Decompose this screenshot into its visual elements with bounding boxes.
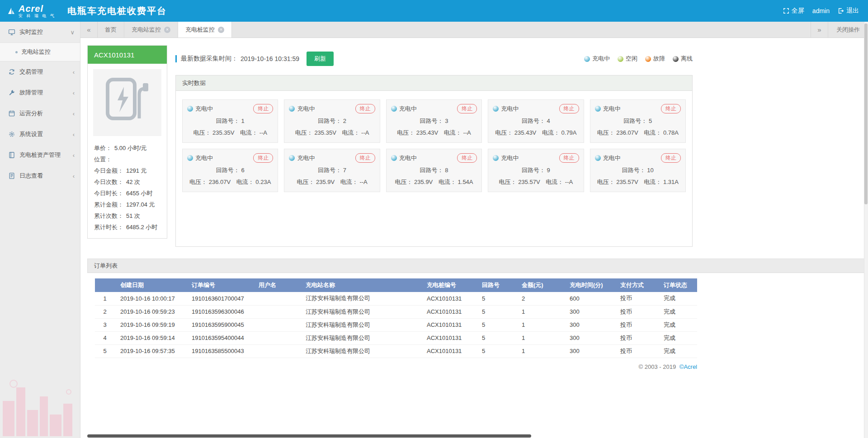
order-cell: 5 xyxy=(476,292,516,305)
orders-column-header: 回路号 xyxy=(476,278,516,292)
stop-button[interactable]: 终止 xyxy=(661,104,681,113)
page-title: 电瓶车充电桩收费平台 xyxy=(67,5,167,17)
channel-status: 充电中 xyxy=(187,105,213,113)
sidebar-item-system-settings[interactable]: 系统设置 ‹ xyxy=(0,124,80,145)
sidebar-item-trade-management[interactable]: 交易管理 ‹ xyxy=(0,61,80,82)
content-area: ACX1010131 单价： 5.00 小时/元 位置： 今日金额： xyxy=(80,38,868,438)
order-row-index: 3 xyxy=(95,318,115,331)
order-cell: 完成 xyxy=(658,292,697,305)
legend-item: 充电中 xyxy=(584,55,610,63)
tabs-scroll-left-button[interactable]: « xyxy=(80,22,98,38)
stop-button[interactable]: 终止 xyxy=(355,104,375,113)
channel-card: 充电中 终止 回路号： 5 电压： 236.07V 电流： 0.78A xyxy=(590,99,686,143)
status-dot-icon xyxy=(618,56,623,62)
chevron-left-icon: ‹ xyxy=(73,152,75,159)
stop-button[interactable]: 终止 xyxy=(661,153,681,163)
order-cell: 5 xyxy=(476,344,516,358)
charging-dot-icon xyxy=(391,155,397,161)
sidebar: 实时监控 ∨ 充电站监控 交易管理 ‹ 故障管理 ‹ xyxy=(0,22,80,438)
device-stat-line: 累计金额： 1297.04 元 xyxy=(94,199,160,210)
order-cell: 1910163595900045 xyxy=(186,318,253,331)
channel-status: 充电中 xyxy=(391,105,417,113)
device-stat-line: 今日金额： 1291 元 xyxy=(94,165,160,176)
stop-button[interactable]: 终止 xyxy=(457,104,477,113)
sidebar-item-realtime-monitor[interactable]: 实时监控 ∨ xyxy=(0,22,80,42)
tab-close-icon[interactable]: × xyxy=(218,27,224,33)
logout-button[interactable]: 退出 xyxy=(838,7,859,15)
channel-status: 充电中 xyxy=(289,154,315,162)
order-cell: 2019-10-16 09:57:35 xyxy=(115,344,186,358)
order-cell: 1 xyxy=(516,318,564,331)
order-cell: 投币 xyxy=(615,344,658,358)
order-cell xyxy=(253,344,300,358)
user-menu[interactable]: admin xyxy=(812,7,830,14)
chevron-down-icon: ∨ xyxy=(70,29,75,36)
tab-close-icon[interactable]: × xyxy=(164,27,170,33)
collect-time: 2019-10-16 10:31:59 xyxy=(241,55,299,62)
order-row[interactable]: 52019-10-16 09:57:351910163585500043江苏安科… xyxy=(95,344,697,358)
sidebar-item-fault-management[interactable]: 故障管理 ‹ xyxy=(0,82,80,103)
status-dot-icon xyxy=(645,56,651,62)
close-operations-button[interactable]: 关闭操作 xyxy=(828,22,868,38)
circuit-number: 回路号： 2 xyxy=(289,117,375,125)
vertical-scrollbar-thumb[interactable] xyxy=(864,24,868,204)
sidebar-item-station-monitor[interactable]: 充电站监控 xyxy=(0,42,80,61)
horizontal-scrollbar-thumb[interactable] xyxy=(87,434,531,438)
charging-dot-icon xyxy=(493,106,499,112)
tabs-scroll-right-button[interactable]: » xyxy=(811,22,828,38)
exchange-icon xyxy=(8,68,15,75)
sidebar-item-operation-analysis[interactable]: 运营分析 ‹ xyxy=(0,103,80,124)
top-header-bar: Acrel 安 科 瑞 电 气 电瓶车充电桩收费平台 全屏 admin 退出 xyxy=(0,0,868,22)
sidebar-item-log-view[interactable]: 日志查看 ‹ xyxy=(0,165,80,186)
order-cell: ACX1010131 xyxy=(421,292,476,305)
order-cell: 投币 xyxy=(615,292,658,305)
city-skyline-decoration xyxy=(0,368,80,438)
charging-dot-icon xyxy=(493,155,499,161)
sidebar-item-asset-management[interactable]: 充电桩资产管理 ‹ xyxy=(0,145,80,165)
channel-measurements: 电压： 235.57V 电流： --A xyxy=(493,178,579,186)
tab-home[interactable]: 首页 xyxy=(98,22,124,38)
chevron-left-icon: ‹ xyxy=(73,69,75,75)
order-cell xyxy=(253,305,300,318)
channel-measurements: 电压： 235.35V 电流： --A xyxy=(187,129,273,137)
circuit-number: 回路号： 3 xyxy=(391,117,477,125)
logo-text: Acrel xyxy=(19,4,56,13)
orders-column-header: 创建日期 xyxy=(115,278,186,292)
order-row[interactable]: 42019-10-16 09:59:141910163595400044江苏安科… xyxy=(95,331,697,344)
tab-pile-monitor[interactable]: 充电桩监控 × xyxy=(178,22,232,38)
order-row[interactable]: 22019-10-16 09:59:231910163596300046江苏安科… xyxy=(95,305,697,318)
stop-button[interactable]: 终止 xyxy=(355,153,375,163)
stop-button[interactable]: 终止 xyxy=(457,153,477,163)
tab-station-monitor[interactable]: 充电站监控 × xyxy=(124,22,178,38)
fullscreen-button[interactable]: 全屏 xyxy=(783,7,804,15)
orders-column-header: 订单编号 xyxy=(186,278,253,292)
book-icon xyxy=(8,151,15,159)
channel-card: 充电中 终止 回路号： 4 电压： 235.43V 电流： 0.79A xyxy=(488,99,584,143)
charging-dot-icon xyxy=(187,106,193,112)
device-info-card: ACX1010131 单价： 5.00 小时/元 位置： 今日金额： xyxy=(87,45,167,239)
stop-button[interactable]: 终止 xyxy=(559,153,579,163)
order-cell: 江苏安科瑞制造有限公司 xyxy=(300,331,421,344)
chevron-left-icon: ‹ xyxy=(73,110,75,117)
charging-pile-icon xyxy=(93,69,161,136)
order-cell: 1 xyxy=(516,305,564,318)
order-row[interactable]: 32019-10-16 09:59:191910163595900045江苏安科… xyxy=(95,318,697,331)
circuit-number: 回路号： 4 xyxy=(493,117,579,125)
channel-status: 充电中 xyxy=(595,105,621,113)
footer-brand-link[interactable]: ©Acrel xyxy=(679,363,697,370)
stop-button[interactable]: 终止 xyxy=(253,153,273,163)
orders-title: 订单列表 xyxy=(87,259,864,273)
order-row[interactable]: 12019-10-16 10:00:171910163601700047江苏安科… xyxy=(95,292,697,305)
device-stat-line: 累计时长： 6485.2 小时 xyxy=(94,221,160,233)
stop-button[interactable]: 终止 xyxy=(253,104,273,113)
monitor-panel: 最新数据采集时间： 2019-10-16 10:31:59 刷新 充电中 空闲 … xyxy=(175,45,693,247)
circuit-number: 回路号： 10 xyxy=(595,166,681,174)
channel-card: 充电中 终止 回路号： 2 电压： 235.35V 电流： --A xyxy=(284,99,380,143)
accent-bar xyxy=(175,55,177,62)
refresh-button[interactable]: 刷新 xyxy=(307,52,334,66)
order-cell: 1910163585500043 xyxy=(186,344,253,358)
orders-column-header: 用户名 xyxy=(253,278,300,292)
stop-button[interactable]: 终止 xyxy=(559,104,579,113)
monitor-toolbar: 最新数据采集时间： 2019-10-16 10:31:59 刷新 充电中 空闲 … xyxy=(175,51,693,67)
username: admin xyxy=(812,7,830,14)
